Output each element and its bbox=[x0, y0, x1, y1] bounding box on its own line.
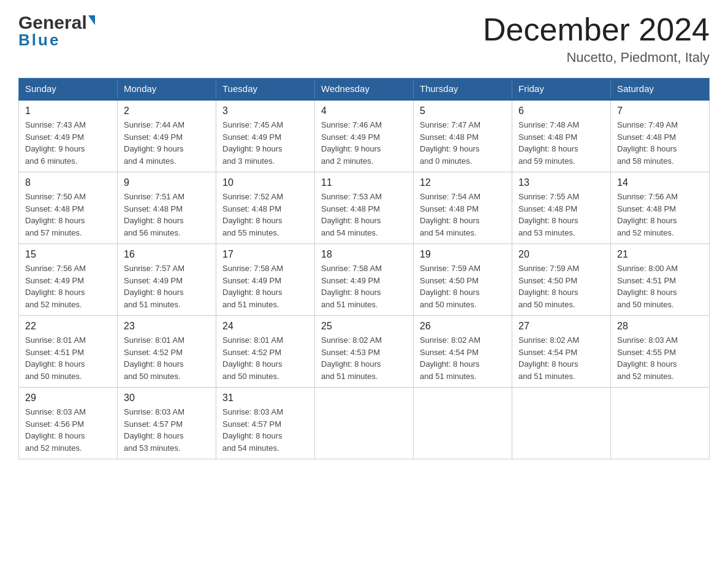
day-number: 23 bbox=[124, 321, 210, 332]
day-number: 4 bbox=[321, 105, 407, 117]
day-number: 15 bbox=[25, 249, 111, 260]
col-wednesday: Wednesday bbox=[315, 79, 414, 100]
calendar-cell: 17Sunrise: 7:58 AMSunset: 4:49 PMDayligh… bbox=[216, 244, 315, 316]
logo: General Blue bbox=[18, 12, 95, 50]
calendar-cell: 23Sunrise: 8:01 AMSunset: 4:52 PMDayligh… bbox=[118, 316, 216, 388]
day-info: Sunrise: 8:03 AMSunset: 4:57 PMDaylight:… bbox=[222, 406, 308, 454]
header-row: Sunday Monday Tuesday Wednesday Thursday… bbox=[19, 79, 710, 100]
day-info: Sunrise: 8:01 AMSunset: 4:52 PMDaylight:… bbox=[124, 334, 210, 382]
col-sunday: Sunday bbox=[19, 79, 118, 100]
day-number: 9 bbox=[124, 177, 210, 188]
day-info: Sunrise: 7:46 AMSunset: 4:49 PMDaylight:… bbox=[321, 119, 407, 167]
day-number: 12 bbox=[420, 177, 506, 188]
calendar-cell bbox=[611, 388, 710, 459]
calendar-cell: 22Sunrise: 8:01 AMSunset: 4:51 PMDayligh… bbox=[19, 316, 118, 388]
day-number: 11 bbox=[321, 177, 407, 188]
day-number: 1 bbox=[25, 105, 111, 117]
logo-triangle-icon bbox=[88, 15, 95, 25]
day-number: 27 bbox=[518, 321, 604, 332]
calendar-cell: 31Sunrise: 8:03 AMSunset: 4:57 PMDayligh… bbox=[216, 388, 315, 459]
calendar-cell: 18Sunrise: 7:58 AMSunset: 4:49 PMDayligh… bbox=[315, 244, 414, 316]
col-friday: Friday bbox=[512, 79, 611, 100]
day-number: 6 bbox=[518, 105, 604, 117]
calendar-cell: 13Sunrise: 7:55 AMSunset: 4:48 PMDayligh… bbox=[512, 172, 611, 244]
day-info: Sunrise: 7:56 AMSunset: 4:49 PMDaylight:… bbox=[25, 262, 111, 310]
day-info: Sunrise: 7:50 AMSunset: 4:48 PMDaylight:… bbox=[25, 191, 111, 239]
day-info: Sunrise: 7:54 AMSunset: 4:48 PMDaylight:… bbox=[420, 191, 506, 239]
day-info: Sunrise: 7:47 AMSunset: 4:48 PMDaylight:… bbox=[420, 119, 506, 167]
calendar-cell: 29Sunrise: 8:03 AMSunset: 4:56 PMDayligh… bbox=[19, 388, 118, 459]
header: General Blue December 2024 Nucetto, Pied… bbox=[18, 12, 710, 66]
calendar-cell: 9Sunrise: 7:51 AMSunset: 4:48 PMDaylight… bbox=[118, 172, 216, 244]
calendar-cell: 28Sunrise: 8:03 AMSunset: 4:55 PMDayligh… bbox=[611, 316, 710, 388]
day-number: 22 bbox=[25, 321, 111, 332]
day-info: Sunrise: 8:00 AMSunset: 4:51 PMDaylight:… bbox=[617, 262, 703, 310]
day-number: 7 bbox=[617, 105, 703, 117]
day-info: Sunrise: 8:03 AMSunset: 4:56 PMDaylight:… bbox=[25, 406, 111, 454]
col-thursday: Thursday bbox=[414, 79, 512, 100]
day-number: 10 bbox=[222, 177, 308, 188]
calendar-cell: 3Sunrise: 7:45 AMSunset: 4:49 PMDaylight… bbox=[216, 100, 315, 172]
day-number: 14 bbox=[617, 177, 703, 188]
day-info: Sunrise: 7:48 AMSunset: 4:48 PMDaylight:… bbox=[518, 119, 604, 167]
day-number: 19 bbox=[420, 249, 506, 260]
day-info: Sunrise: 7:52 AMSunset: 4:48 PMDaylight:… bbox=[222, 191, 308, 239]
day-number: 25 bbox=[321, 321, 407, 332]
day-info: Sunrise: 7:55 AMSunset: 4:48 PMDaylight:… bbox=[518, 191, 604, 239]
calendar-cell: 16Sunrise: 7:57 AMSunset: 4:49 PMDayligh… bbox=[118, 244, 216, 316]
day-info: Sunrise: 7:45 AMSunset: 4:49 PMDaylight:… bbox=[222, 119, 308, 167]
day-number: 29 bbox=[25, 393, 111, 404]
calendar-cell: 12Sunrise: 7:54 AMSunset: 4:48 PMDayligh… bbox=[414, 172, 512, 244]
day-info: Sunrise: 7:58 AMSunset: 4:49 PMDaylight:… bbox=[222, 262, 308, 310]
calendar-cell: 6Sunrise: 7:48 AMSunset: 4:48 PMDaylight… bbox=[512, 100, 611, 172]
day-info: Sunrise: 7:56 AMSunset: 4:48 PMDaylight:… bbox=[617, 191, 703, 239]
calendar-cell: 27Sunrise: 8:02 AMSunset: 4:54 PMDayligh… bbox=[512, 316, 611, 388]
calendar-cell: 4Sunrise: 7:46 AMSunset: 4:49 PMDaylight… bbox=[315, 100, 414, 172]
week-row-2: 8Sunrise: 7:50 AMSunset: 4:48 PMDaylight… bbox=[19, 172, 710, 244]
calendar-cell: 8Sunrise: 7:50 AMSunset: 4:48 PMDaylight… bbox=[19, 172, 118, 244]
calendar-cell: 2Sunrise: 7:44 AMSunset: 4:49 PMDaylight… bbox=[118, 100, 216, 172]
day-number: 21 bbox=[617, 249, 703, 260]
day-number: 3 bbox=[222, 105, 308, 117]
location-subtitle: Nucetto, Piedmont, Italy bbox=[483, 50, 710, 66]
day-info: Sunrise: 7:58 AMSunset: 4:49 PMDaylight:… bbox=[321, 262, 407, 310]
day-info: Sunrise: 8:01 AMSunset: 4:52 PMDaylight:… bbox=[222, 334, 308, 382]
calendar-cell: 5Sunrise: 7:47 AMSunset: 4:48 PMDaylight… bbox=[414, 100, 512, 172]
day-number: 17 bbox=[222, 249, 308, 260]
logo-general: General bbox=[18, 12, 87, 33]
calendar-cell: 10Sunrise: 7:52 AMSunset: 4:48 PMDayligh… bbox=[216, 172, 315, 244]
week-row-1: 1Sunrise: 7:43 AMSunset: 4:49 PMDaylight… bbox=[19, 100, 710, 172]
col-tuesday: Tuesday bbox=[216, 79, 315, 100]
calendar-cell bbox=[414, 388, 512, 459]
day-info: Sunrise: 8:02 AMSunset: 4:54 PMDaylight:… bbox=[420, 334, 506, 382]
calendar-cell: 14Sunrise: 7:56 AMSunset: 4:48 PMDayligh… bbox=[611, 172, 710, 244]
calendar-cell: 19Sunrise: 7:59 AMSunset: 4:50 PMDayligh… bbox=[414, 244, 512, 316]
calendar-cell: 30Sunrise: 8:03 AMSunset: 4:57 PMDayligh… bbox=[118, 388, 216, 459]
calendar-cell bbox=[512, 388, 611, 459]
calendar-cell: 25Sunrise: 8:02 AMSunset: 4:53 PMDayligh… bbox=[315, 316, 414, 388]
day-number: 8 bbox=[25, 177, 111, 188]
day-info: Sunrise: 7:43 AMSunset: 4:49 PMDaylight:… bbox=[25, 119, 111, 167]
calendar-cell: 1Sunrise: 7:43 AMSunset: 4:49 PMDaylight… bbox=[19, 100, 118, 172]
week-row-5: 29Sunrise: 8:03 AMSunset: 4:56 PMDayligh… bbox=[19, 388, 710, 459]
day-number: 31 bbox=[222, 393, 308, 404]
calendar-cell bbox=[315, 388, 414, 459]
logo-blue: Blue bbox=[18, 31, 60, 50]
day-info: Sunrise: 7:59 AMSunset: 4:50 PMDaylight:… bbox=[420, 262, 506, 310]
day-info: Sunrise: 8:02 AMSunset: 4:53 PMDaylight:… bbox=[321, 334, 407, 382]
day-info: Sunrise: 7:57 AMSunset: 4:49 PMDaylight:… bbox=[124, 262, 210, 310]
day-info: Sunrise: 8:03 AMSunset: 4:57 PMDaylight:… bbox=[124, 406, 210, 454]
day-number: 24 bbox=[222, 321, 308, 332]
week-row-4: 22Sunrise: 8:01 AMSunset: 4:51 PMDayligh… bbox=[19, 316, 710, 388]
calendar-cell: 7Sunrise: 7:49 AMSunset: 4:48 PMDaylight… bbox=[611, 100, 710, 172]
day-info: Sunrise: 7:51 AMSunset: 4:48 PMDaylight:… bbox=[124, 191, 210, 239]
day-info: Sunrise: 7:59 AMSunset: 4:50 PMDaylight:… bbox=[518, 262, 604, 310]
calendar-table: Sunday Monday Tuesday Wednesday Thursday… bbox=[18, 78, 710, 459]
day-info: Sunrise: 8:02 AMSunset: 4:54 PMDaylight:… bbox=[518, 334, 604, 382]
col-monday: Monday bbox=[118, 79, 216, 100]
day-number: 13 bbox=[518, 177, 604, 188]
day-info: Sunrise: 8:01 AMSunset: 4:51 PMDaylight:… bbox=[25, 334, 111, 382]
calendar-cell: 26Sunrise: 8:02 AMSunset: 4:54 PMDayligh… bbox=[414, 316, 512, 388]
day-number: 26 bbox=[420, 321, 506, 332]
day-info: Sunrise: 7:49 AMSunset: 4:48 PMDaylight:… bbox=[617, 119, 703, 167]
